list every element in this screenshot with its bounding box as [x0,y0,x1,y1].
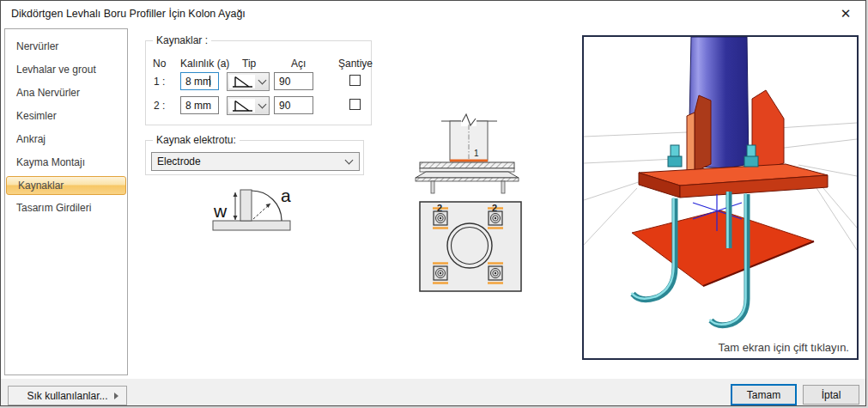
electrode-group: Kaynak elektrotu: Electrode [145,140,364,175]
ok-button[interactable]: Tamam [731,384,797,405]
sidebar-item-kaynaklar[interactable]: Kaynaklar [6,176,126,195]
3d-preview-scene [584,37,857,358]
weld-a-label: a [281,186,291,205]
fillet-weld-icon [229,99,255,113]
fillet-weld-icon [229,75,255,88]
arrow-right-icon [114,393,118,399]
close-icon: ✕ [841,6,852,21]
plan-weld-number: 2 [492,203,497,213]
weld-row2-no: 2 : [154,100,165,112]
electrode-value: Electrode [157,155,201,167]
col-header-site: Şantiye [338,58,373,70]
col-header-type: Tip [242,58,256,70]
plan-weld-number: 2 [437,203,442,213]
weld-row1-type-dropdown[interactable] [227,72,270,91]
welds-group: Kaynaklar : No Kalınlık (a) Tip Açı Şant… [145,40,372,125]
sidebar-item-kayma-montaji[interactable]: Kayma Montajı [5,151,127,174]
weld-row2-angle-input[interactable] [274,96,313,114]
weld-wa-diagram: w a [205,185,296,234]
sidebar: Nervürler Levhalar ve grout Ana Nervürle… [4,28,128,375]
fullscreen-hint: Tam ekran için çift tıklayın. [719,341,849,354]
sidebar-item-levhalar-ve-grout[interactable]: Levhalar ve grout [5,58,127,82]
plan-diagram: 2 2 [418,198,525,295]
weld-row1-no: 1 : [154,76,165,88]
cancel-button[interactable]: İptal [803,385,859,405]
elevation-diagram: 1 [411,113,525,197]
welds-group-title: Kaynaklar : [153,34,211,46]
sidebar-item-ana-nervurler[interactable]: Ana Nervürler [5,82,127,105]
favorites-button[interactable]: Sık kullanılanlar... [8,386,127,405]
sidebar-item-tasarim-girdileri[interactable]: Tasarım Girdileri [5,197,127,220]
weld-w-label: w [213,201,228,221]
dialog-body: Nervürler Levhalar ve grout Ana Nervürle… [1,27,865,379]
cancel-label: İptal [822,389,841,401]
sidebar-item-kesimler[interactable]: Kesimler [5,105,127,128]
window-title: Dikdörtgen Levhalı Boru Profiller İçin K… [1,8,246,20]
col-header-no: No [153,58,166,70]
col-header-thickness: Kalınlık (a) [180,58,229,70]
sidebar-item-nervurler[interactable]: Nervürler [5,35,127,58]
footer: Sık kullanılanlar... Tamam İptal [1,379,865,406]
ok-label: Tamam [747,389,780,401]
close-button[interactable]: ✕ [826,1,865,27]
text-caret [209,76,210,87]
dialog-kolon-ayagi: Dikdörtgen Levhalı Boru Profiller İçin K… [0,0,866,406]
sidebar-item-ankraj[interactable]: Ankraj [5,128,127,151]
titlebar: Dikdörtgen Levhalı Boru Profiller İçin K… [1,1,865,27]
anchor-plate-3d [632,210,814,286]
weld-row1-site-checkbox[interactable] [349,75,361,86]
weld-row1-thickness-input[interactable] [180,72,219,90]
electrode-group-title: Kaynak elektrotu: [153,134,240,146]
3d-preview-viewport[interactable]: Tam ekran için çift tıklayın. [582,35,859,360]
electrode-dropdown[interactable]: Electrode [151,152,360,171]
weld-row2-type-dropdown[interactable] [227,96,270,115]
chevron-down-icon [345,155,354,164]
weld-row1-angle-input[interactable] [274,72,313,90]
col-header-angle: Açı [291,58,306,70]
weld-row2-thickness-input[interactable] [180,96,219,114]
chevron-down-icon [258,100,267,108]
base-plate-3d [639,164,828,198]
weld-row2-site-checkbox[interactable] [349,99,361,110]
chevron-down-icon [258,76,267,84]
elevation-weld-number: 1 [474,149,479,158]
favorites-label: Sık kullanılanlar... [27,390,107,402]
